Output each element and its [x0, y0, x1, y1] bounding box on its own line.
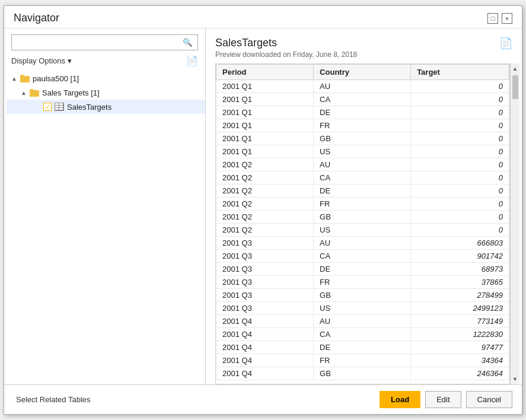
table-row: 2001 Q1AU0: [216, 80, 509, 93]
table-cell: 901742: [411, 250, 509, 263]
preview-icon-left: 📄: [186, 55, 198, 66]
table-row: 2001 Q3FR37865: [216, 276, 509, 289]
table-row: 2001 Q4AU773149: [216, 315, 509, 328]
table-cell: FR: [314, 198, 411, 211]
table-cell: FR: [314, 276, 411, 289]
tree-item-sales-targets[interactable]: ▲ Sales Targets [1]: [7, 85, 205, 100]
table-cell: 0: [411, 211, 509, 224]
table-cell: 0: [411, 171, 509, 184]
table-cell: 2001 Q2: [216, 171, 314, 184]
search-button[interactable]: 🔍: [178, 35, 197, 50]
tree-toggle-paulsa500: ▲: [11, 75, 20, 82]
table-cell: 773149: [411, 315, 509, 328]
preview-header: SalesTargets Preview downloaded on Frida…: [206, 28, 522, 63]
table-cell: 2001 Q4: [216, 341, 314, 354]
table-cell: AU: [314, 237, 411, 250]
preview-export-icon[interactable]: 📄: [499, 37, 512, 50]
col-header-country: Country: [314, 65, 411, 80]
table-header-row: Period Country Target: [216, 65, 509, 80]
col-header-period: Period: [216, 65, 314, 80]
table-cell: 0: [411, 224, 509, 237]
table-cell: 2001 Q2: [216, 211, 314, 224]
table-cell: GB: [314, 289, 411, 302]
table-cell: CA: [314, 328, 411, 341]
table-row: 2001 Q2CA0: [216, 171, 509, 184]
table-cell: AU: [314, 80, 411, 93]
title-bar: Navigator □ ×: [4, 6, 522, 28]
table-cell: 0: [411, 80, 509, 93]
table-cell: 68973: [411, 263, 509, 276]
table-row: 2001 Q3AU666803: [216, 237, 509, 250]
table-cell: DE: [314, 341, 411, 354]
scroll-up-button[interactable]: ▲: [511, 65, 519, 73]
table-row: 2001 Q2DE0: [216, 184, 509, 198]
folder-icon-paulsa500: [20, 73, 30, 84]
preview-title: SalesTargets: [215, 37, 357, 49]
table-cell: 0: [411, 158, 509, 171]
table-cell: 2001 Q3: [216, 289, 314, 302]
tree-item-salesTargets[interactable]: ✓ SalesTargets: [7, 100, 205, 114]
table-cell: 2001 Q4: [216, 328, 314, 341]
tree-toggle-sales-targets: ▲: [21, 90, 29, 96]
table-cell: 0: [411, 93, 509, 106]
preview-subtitle: Preview downloaded on Friday, June 8, 20…: [215, 50, 357, 59]
table-row: 2001 Q2US0: [216, 224, 509, 237]
search-bar: 🔍: [11, 34, 198, 50]
table-cell: 2001 Q1: [216, 106, 314, 119]
maximize-button[interactable]: □: [487, 13, 498, 24]
table-cell: 2499123: [411, 302, 509, 315]
table-cell: 2001 Q3: [216, 302, 314, 315]
display-options-button[interactable]: Display Options ▾: [11, 56, 72, 65]
table-cell: 0: [411, 106, 509, 119]
checkbox-salesTargets[interactable]: ✓: [43, 103, 52, 111]
scroll-thumb: [512, 75, 518, 99]
table-row: 2001 Q3DE68973: [216, 263, 509, 276]
close-button[interactable]: ×: [502, 13, 512, 24]
select-related-button[interactable]: Select Related Tables: [14, 392, 93, 408]
edit-button[interactable]: Edit: [425, 391, 461, 408]
table-cell: FR: [314, 119, 411, 132]
table-cell: DE: [314, 106, 411, 119]
tree-label-sales-targets: Sales Targets [1]: [42, 88, 100, 97]
table-cell: DE: [314, 184, 411, 198]
tree-item-paulsa500[interactable]: ▲ paulsa500 [1]: [7, 71, 205, 85]
table-cell: FR: [314, 354, 411, 367]
table-cell: 37865: [411, 276, 509, 289]
table-cell: GB: [314, 132, 411, 145]
tree-label-paulsa500: paulsa500 [1]: [33, 74, 79, 83]
scroll-down-button[interactable]: ▼: [511, 375, 519, 383]
table-cell: 2001 Q2: [216, 198, 314, 211]
display-options-row: Display Options ▾ 📄: [11, 55, 198, 66]
table-row: 2001 Q3CA901742: [216, 250, 509, 263]
data-table-container: Period Country Target 2001 Q1AU02001 Q1C…: [215, 63, 510, 384]
table-cell: 666803: [411, 237, 509, 250]
table-row: 2001 Q4FR34364: [216, 354, 509, 367]
search-input[interactable]: [12, 35, 178, 50]
table-cell: 278499: [411, 289, 509, 302]
display-options-label: Display Options: [11, 56, 65, 65]
table-row: 2001 Q2FR0: [216, 198, 509, 211]
table-cell: AU: [314, 315, 411, 328]
preview-header-text: SalesTargets Preview downloaded on Frida…: [215, 37, 357, 59]
table-cell: 2001 Q4: [216, 367, 314, 380]
table-row: 2001 Q1US0: [216, 145, 509, 158]
table-cell: CA: [314, 171, 411, 184]
tree-label-salesTargets: SalesTargets: [67, 103, 111, 112]
table-cell: 2001 Q3: [216, 250, 314, 263]
table-row: 2001 Q1DE0: [216, 106, 509, 119]
table-cell: 0: [411, 184, 509, 198]
table-cell: 97477: [411, 341, 509, 354]
left-panel: 🔍 Display Options ▾ 📄 ▲ paulsa500 [1]: [4, 28, 206, 384]
footer-left: Select Related Tables: [14, 392, 93, 408]
table-cell: 2001 Q1: [216, 80, 314, 93]
table-cell: 2001 Q1: [216, 145, 314, 158]
load-button[interactable]: Load: [380, 391, 420, 408]
cancel-button[interactable]: Cancel: [466, 391, 512, 408]
table-cell: DE: [314, 263, 411, 276]
table-cell: 2001 Q1: [216, 132, 314, 145]
table-row: 2001 Q1CA0: [216, 93, 509, 106]
footer-right: Load Edit Cancel: [380, 391, 512, 408]
table-cell: 2001 Q2: [216, 184, 314, 198]
col-header-target: Target: [411, 65, 509, 80]
table-cell: 0: [411, 132, 509, 145]
